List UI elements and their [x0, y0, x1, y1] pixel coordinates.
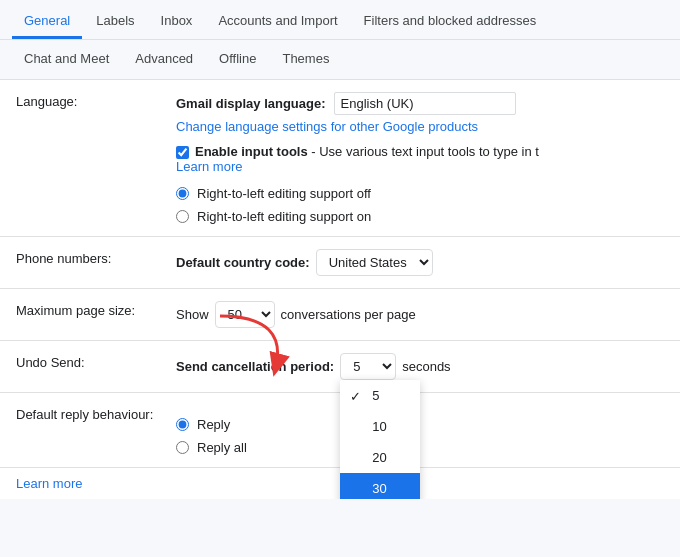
tab-general[interactable]: General	[12, 5, 82, 39]
tab-themes[interactable]: Themes	[270, 43, 341, 77]
reply-label: Reply	[197, 417, 230, 432]
enable-input-tools-label: Enable input tools - Use various text in…	[195, 144, 539, 159]
max-page-size-row: Maximum page size: Show 10 15 20 25 50 1…	[0, 289, 680, 341]
dropdown-value-30: 30	[372, 481, 386, 496]
default-country-code-label: Default country code:	[176, 255, 310, 270]
max-page-size-control: Show 10 15 20 25 50 100 conversations pe…	[176, 301, 664, 328]
phone-numbers-row: Phone numbers: Default country code: Uni…	[0, 237, 680, 289]
phone-numbers-label: Phone numbers:	[16, 249, 176, 266]
reply-radio[interactable]	[176, 418, 189, 431]
cancellation-period-select[interactable]: 5 10 20 30	[340, 353, 396, 380]
rtl-radio-group: Right-to-left editing support off Right-…	[176, 186, 664, 224]
display-language-input[interactable]	[334, 92, 516, 115]
tab-offline[interactable]: Offline	[207, 43, 268, 77]
language-row: Language: Gmail display language: Change…	[0, 80, 680, 237]
phone-numbers-control: Default country code: United States	[176, 249, 664, 276]
tab-filters[interactable]: Filters and blocked addresses	[352, 5, 549, 39]
undo-send-row: Undo Send: Send cancellation period: 5 1…	[0, 341, 680, 393]
tab-inbox[interactable]: Inbox	[149, 5, 205, 39]
country-code-select[interactable]: United States	[316, 249, 433, 276]
rtl-on-row: Right-to-left editing support on	[176, 209, 664, 224]
dropdown-item-5[interactable]: ✓ 5	[340, 380, 420, 411]
reply-all-radio[interactable]	[176, 441, 189, 454]
rtl-off-label: Right-to-left editing support off	[197, 186, 371, 201]
tab-accounts-import[interactable]: Accounts and Import	[206, 5, 349, 39]
default-reply-label: Default reply behaviour:	[16, 405, 176, 422]
top-navigation: General Labels Inbox Accounts and Import…	[0, 0, 680, 40]
tab-advanced[interactable]: Advanced	[123, 43, 205, 77]
display-language-label: Gmail display language:	[176, 96, 326, 111]
undo-send-label: Undo Send:	[16, 353, 176, 370]
reply-all-label: Reply all	[197, 440, 247, 455]
seconds-label: seconds	[402, 359, 450, 374]
rtl-on-label: Right-to-left editing support on	[197, 209, 371, 224]
language-label: Language:	[16, 92, 176, 109]
show-label: Show	[176, 307, 209, 322]
settings-content: Language: Gmail display language: Change…	[0, 80, 680, 499]
dropdown-value-10: 10	[372, 419, 386, 434]
send-cancellation-label: Send cancellation period:	[176, 359, 334, 374]
conversations-per-page-label: conversations per page	[281, 307, 416, 322]
rtl-off-row: Right-to-left editing support off	[176, 186, 664, 201]
rtl-off-radio[interactable]	[176, 187, 189, 200]
check-icon: ✓	[350, 388, 361, 403]
dropdown-item-30[interactable]: 30	[340, 473, 420, 499]
dropdown-value-20: 20	[372, 450, 386, 465]
dropdown-item-10[interactable]: 10	[340, 411, 420, 442]
change-language-link[interactable]: Change language settings for other Googl…	[176, 119, 478, 134]
bottom-learn-more-link[interactable]: Learn more	[16, 476, 82, 491]
page-size-select[interactable]: 10 15 20 25 50 100	[215, 301, 275, 328]
enable-input-tools-checkbox[interactable]	[176, 146, 189, 159]
second-navigation: Chat and Meet Advanced Offline Themes	[0, 40, 680, 80]
language-control: Gmail display language: Change language …	[176, 92, 664, 224]
max-page-size-label: Maximum page size:	[16, 301, 176, 318]
cancellation-dropdown-menu: ✓ 5 10 20 30	[340, 380, 420, 499]
dropdown-value-5: 5	[372, 388, 379, 403]
rtl-on-radio[interactable]	[176, 210, 189, 223]
tab-labels[interactable]: Labels	[84, 5, 146, 39]
undo-send-control: Send cancellation period: 5 10 20 30 ✓ 5	[176, 353, 664, 380]
tab-chat-meet[interactable]: Chat and Meet	[12, 43, 121, 77]
cancellation-period-dropdown-wrapper: 5 10 20 30 ✓ 5 10	[340, 353, 396, 380]
input-tools-learn-more[interactable]: Learn more	[176, 159, 242, 174]
dropdown-item-20[interactable]: 20	[340, 442, 420, 473]
